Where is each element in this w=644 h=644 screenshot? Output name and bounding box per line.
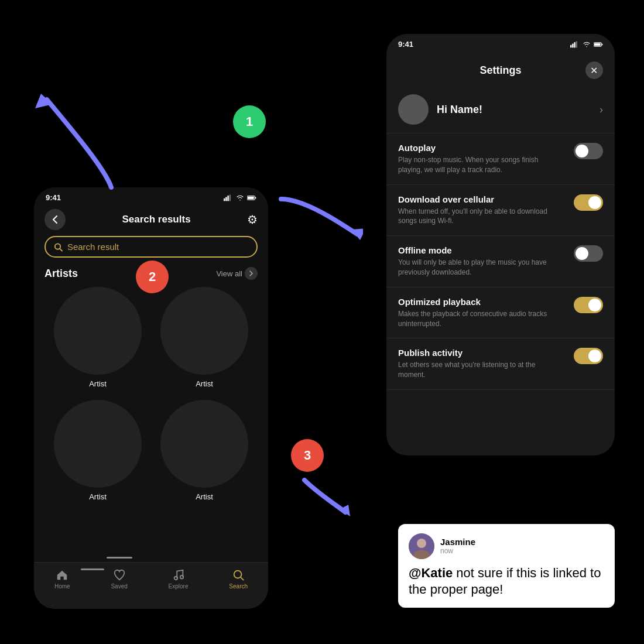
- phone-left: 9:41: [34, 187, 268, 609]
- svg-rect-20: [601, 43, 602, 45]
- optimized-toggle[interactable]: [574, 297, 603, 313]
- cellular-toggle[interactable]: [574, 194, 603, 211]
- comment-time: now: [440, 547, 475, 555]
- artist-avatar: [160, 287, 248, 375]
- search-nav-icon: [232, 568, 245, 581]
- svg-rect-16: [572, 43, 573, 47]
- svg-rect-17: [574, 42, 575, 48]
- setting-autoplay: Autoplay Play non-stop music. When your …: [386, 133, 615, 185]
- comment-mention: @Katie: [409, 566, 453, 580]
- setting-desc: Let others see what you're listening to …: [398, 360, 564, 380]
- time-right: 9:41: [398, 40, 413, 49]
- profile-left: Hi Name!: [398, 94, 482, 125]
- nav-item-home[interactable]: Home: [54, 568, 70, 590]
- setting-name: Autoplay: [398, 143, 564, 153]
- page-title: Search results: [122, 214, 190, 225]
- artists-grid: Artist Artist Artist Artist: [34, 287, 268, 513]
- comment-username: Jasmine: [440, 537, 475, 547]
- profile-name: Hi Name!: [437, 104, 482, 116]
- bottom-nav: Home Saved Explore Search: [34, 562, 268, 609]
- artist-name: Artist: [196, 492, 213, 501]
- signal-icon-right: [570, 41, 580, 48]
- annotation-2: 2: [136, 261, 169, 293]
- svg-rect-21: [594, 43, 601, 46]
- heart-icon: [113, 568, 126, 581]
- profile-avatar: [398, 94, 429, 125]
- nav-label-home: Home: [54, 583, 70, 590]
- setting-offline: Offline mode You will only be able to pl…: [386, 236, 615, 287]
- svg-rect-4: [229, 194, 231, 201]
- svg-rect-3: [227, 196, 228, 201]
- artists-label: Artists: [44, 268, 78, 280]
- nav-bar: Search results ⚙: [34, 205, 268, 236]
- setting-cellular: Download over cellular When turned off, …: [386, 185, 615, 237]
- list-item[interactable]: Artist: [44, 287, 151, 388]
- svg-rect-1: [224, 198, 225, 201]
- nav-label-search: Search: [229, 583, 248, 590]
- artist-avatar: [54, 287, 142, 375]
- setting-desc: You will only be able to play the music …: [398, 258, 564, 278]
- chevron-right-icon: ›: [600, 104, 603, 116]
- settings-title: Settings: [479, 64, 521, 77]
- artist-name: Artist: [89, 379, 107, 388]
- time-left: 9:41: [46, 193, 61, 202]
- comment-bubble: Jasmine now @Katie not sure if this is l…: [398, 524, 615, 608]
- search-icon: [54, 242, 63, 252]
- svg-rect-18: [576, 41, 577, 47]
- list-item[interactable]: Artist: [151, 287, 258, 388]
- search-input[interactable]: [67, 242, 248, 252]
- wifi-icon-right: [582, 41, 591, 48]
- nav-label-explore: Explore: [169, 583, 189, 590]
- comment-header: Jasmine now: [409, 533, 604, 559]
- back-button[interactable]: [44, 209, 66, 230]
- setting-publish: Publish activity Let others see what you…: [386, 338, 615, 390]
- list-item[interactable]: Artist: [151, 400, 258, 501]
- close-button[interactable]: ✕: [585, 61, 603, 79]
- toggle-knob: [588, 299, 601, 311]
- phone-right: 9:41 Settings ✕: [386, 34, 615, 455]
- view-all-button[interactable]: View all: [216, 267, 258, 280]
- nav-label-saved: Saved: [111, 583, 127, 590]
- annotation-1: 1: [233, 105, 266, 138]
- autoplay-toggle[interactable]: [574, 143, 603, 159]
- view-all-label: View all: [216, 269, 242, 278]
- toggle-knob: [576, 145, 588, 157]
- list-item[interactable]: Artist: [44, 400, 151, 501]
- view-all-icon: [245, 267, 258, 280]
- profile-row[interactable]: Hi Name! ›: [386, 86, 615, 133]
- settings-header: Settings ✕: [386, 52, 615, 86]
- nav-item-explore[interactable]: Explore: [169, 568, 189, 590]
- gear-icon[interactable]: ⚙: [247, 213, 258, 227]
- artist-name: Artist: [196, 379, 213, 388]
- offline-toggle[interactable]: [574, 245, 603, 262]
- battery-icon-right: [594, 41, 603, 48]
- svg-point-24: [417, 539, 426, 548]
- artist-name: Artist: [89, 492, 107, 501]
- battery-icon: [247, 194, 256, 201]
- artist-avatar: [160, 400, 248, 488]
- svg-line-13: [241, 577, 244, 580]
- setting-name: Download over cellular: [398, 194, 564, 204]
- toggle-knob: [576, 247, 588, 260]
- signal-icon: [224, 194, 233, 201]
- comment-text: @Katie not sure if this is linked to the…: [409, 565, 604, 598]
- active-indicator: [81, 568, 104, 570]
- svg-rect-7: [248, 196, 254, 199]
- toggle-knob: [588, 350, 601, 362]
- publish-toggle[interactable]: [574, 348, 603, 364]
- svg-rect-15: [570, 44, 571, 47]
- home-icon: [56, 568, 68, 581]
- nav-item-saved[interactable]: Saved: [111, 568, 127, 590]
- setting-optimized: Optimized playback Makes the playback of…: [386, 287, 615, 339]
- setting-desc: Play non-stop music. When your songs fin…: [398, 155, 564, 175]
- setting-name: Optimized playback: [398, 297, 564, 307]
- avatar: [409, 533, 434, 559]
- setting-name: Offline mode: [398, 245, 564, 255]
- svg-point-12: [234, 571, 242, 578]
- toggle-knob: [588, 196, 601, 209]
- setting-name: Publish activity: [398, 348, 564, 358]
- setting-desc: Makes the playback of consecutive audio …: [398, 309, 564, 329]
- search-bar[interactable]: [44, 236, 258, 258]
- status-icons-right: [570, 41, 603, 48]
- nav-item-search[interactable]: Search: [229, 568, 248, 590]
